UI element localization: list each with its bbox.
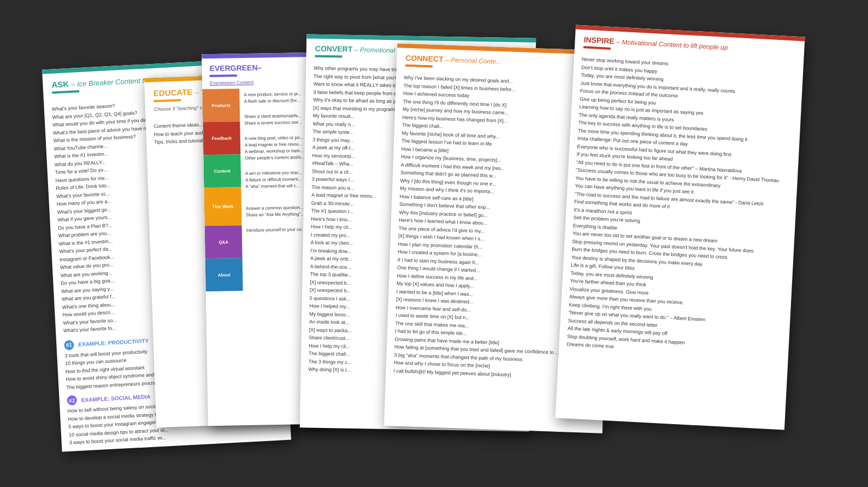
inspire-subtitle: – Motivational Content to lift people up	[616, 38, 728, 51]
convert-bar	[315, 55, 342, 57]
connect-bar	[405, 64, 432, 67]
educate-bar	[153, 99, 181, 102]
ev-feedback-label: Feedback	[203, 121, 240, 155]
ev-content-label: Content	[203, 154, 241, 187]
ask-bar	[52, 90, 79, 93]
ev-products-label: Products	[202, 89, 240, 122]
connect-prefix: CONNECT	[405, 53, 444, 63]
inspire-prefix: INSPIRE	[583, 35, 615, 45]
ev-qa-label: Q&A	[204, 225, 242, 259]
connect-subtitle: – Personal Conte...	[445, 56, 501, 66]
evergreen-bar	[209, 74, 237, 77]
evergreen-sidebar: Products Feedback Content This Week Q&A …	[202, 89, 245, 417]
card-inspire: INSPIRE – Motivational Content to lift p…	[555, 25, 805, 430]
inspire-bar	[583, 46, 610, 50]
convert-prefix: CONVERT	[315, 44, 352, 53]
educate-prefix: EDUCATE	[153, 87, 192, 97]
scene: ASK – Ice Breaker Content to spark conve…	[52, 20, 817, 468]
ev-week-label: This Week	[204, 187, 241, 226]
inspire-body: Never stop working toward your dreams Do…	[558, 51, 803, 365]
ask-prefix: ASK	[51, 79, 69, 89]
evergreen-prefix: EVERGREEN–	[209, 63, 262, 73]
ev-about-label: About	[205, 258, 243, 291]
